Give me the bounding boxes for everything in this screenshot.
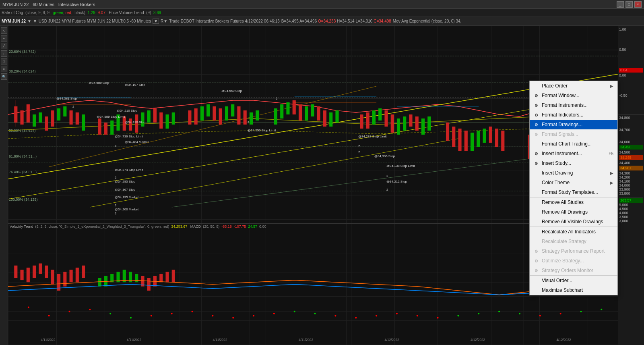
svg-rect-80 [397,118,400,135]
strategy-performance-report-label: Strategy Performance Report [542,248,605,254]
svg-point-178 [601,309,602,310]
r-indicator[interactable]: ▼ [153,19,159,24]
strategy-orders-monitor-label: Strategy Orders Monitor [542,268,593,273]
svg-rect-61 [250,112,253,125]
title-bar: MYM JUN 22 - 60 Minutes - Interactive Br… [0,0,644,9]
maximize-subchart-label: Maximize Subchart [542,287,583,293]
format-drawings-icon: ⚙ [533,121,539,128]
svg-text:4/11/2022: 4/11/2022 [127,338,142,342]
svg-point-151 [48,315,50,316]
svg-rect-93 [489,127,492,143]
format-chart-trading-icon [533,141,539,147]
minimize-button[interactable]: _ [617,1,624,8]
svg-point-161 [253,315,254,316]
svg-text:4/11/2022: 4/11/2022 [41,338,56,342]
tool-fib[interactable]: ≡ [1,66,7,72]
svg-rect-87 [452,127,455,147]
menu-format-indicators[interactable]: ⚙ Format Indicators... [530,110,617,120]
menu-insert-study[interactable]: ⚙ Insert Study... [530,158,617,168]
svg-rect-126 [21,270,24,280]
format-indicators-label: Format Indicators... [542,112,583,118]
annotation-5: @34,210 Stop [125,121,145,124]
color-theme-label: Color Theme [542,180,570,185]
remove-all-drawings-icon [533,209,539,215]
svg-point-166 [355,317,357,318]
window-controls[interactable]: _ □ × [617,1,642,8]
annotation-20: 2 [248,121,249,124]
svg-point-176 [560,313,561,314]
volume-chart: Volatility Trend (9, 2, 9, close, "0_Sim… [8,224,618,345]
menu-color-theme[interactable]: Color Theme ▶ [530,178,617,187]
svg-rect-128 [33,266,36,278]
menu-remove-all-studies[interactable]: Remove All Studies [530,197,617,207]
format-signals-label: Format Signals... [542,131,578,137]
svg-point-159 [212,315,213,316]
menu-format-chart-trading[interactable]: Format Chart Trading... [530,139,617,149]
tool-line[interactable]: ╱ [1,43,7,49]
price-chart-svg [8,26,618,223]
remove-all-visible-drawings-label: Remove All Visible Drawings [542,219,603,224]
menu-format-study-templates[interactable]: Format Study Templates... [530,187,617,197]
tool-arrow[interactable]: ↖ [1,27,7,34]
annotation-30: 2 [386,188,388,191]
place-order-icon [533,83,539,89]
indicator-bar-text: Rate of Chg (close, 9, 9, 9, green, red,… [2,10,161,15]
tool-text[interactable]: T [1,50,7,57]
svg-rect-49 [165,114,169,129]
chart-price-7: 34,200 [619,175,643,179]
vol-price-3: 4,000 [619,211,643,215]
annotation-7: @34,589 Stop Limit [97,115,125,118]
annotation-12: 2 [115,176,116,179]
format-study-templates-icon [533,189,539,195]
svg-rect-32 [51,110,54,127]
tool-rect[interactable]: □ [1,58,7,64]
menu-maximize-subchart[interactable]: Maximize Subchart [530,285,617,295]
svg-point-153 [89,309,91,310]
svg-rect-149 [172,270,175,282]
maximize-button[interactable]: □ [625,1,633,8]
menu-format-instruments[interactable]: ⚙ Format Instruments... [530,100,617,110]
tool-crosshair[interactable]: + [1,35,7,42]
menu-format-window[interactable]: ⚙ Format Window... [530,91,617,100]
annotation-24: 2 [358,144,360,148]
annotation-11: @34,374 Stop Limit [115,168,143,172]
menu-remove-all-visible-drawings[interactable]: Remove All Visible Drawings [530,217,617,227]
svg-rect-57 [225,106,228,121]
svg-point-158 [192,311,193,312]
svg-rect-71 [323,110,326,127]
vol-price-2: 4,500 [619,207,643,211]
menu-remove-all-drawings[interactable]: Remove All Drawings [530,207,617,217]
svg-rect-36 [76,112,79,125]
menu-format-drawings[interactable]: ⚙ Format Drawings... [530,120,617,129]
svg-point-162 [273,313,275,314]
annotation-6: @34,689 Stop [89,81,109,85]
dropdown-1[interactable]: ▼ [27,19,31,23]
menu-recalculate-all-indicators[interactable]: Recalculate All Indicators [530,227,617,237]
svg-point-165 [334,315,336,316]
r-label: R▼ [161,19,167,23]
svg-rect-147 [159,274,163,283]
svg-point-152 [68,311,70,312]
svg-rect-133 [63,272,66,286]
tool-zoom[interactable]: 🔍 [1,73,7,80]
svg-rect-51 [188,110,191,125]
dropdown-2[interactable]: ▼ [33,19,37,23]
annotation-1: @34,581 Stop [56,97,77,100]
svg-rect-84 [421,118,425,135]
close-button[interactable]: × [634,1,642,8]
svg-point-172 [478,313,479,314]
annotation-2: 2 [72,105,74,108]
svg-rect-135 [76,268,79,282]
menu-insert-instrument[interactable]: ⚙ Insert Instrument... F5 [530,149,617,158]
svg-rect-67 [299,104,302,121]
menu-insert-drawing[interactable]: Insert Drawing ▶ [530,168,617,178]
svg-rect-73 [335,110,339,123]
right-price-axis: 1.00 0.50 0.04 0.00 -0.50 34,800 34,700 … [618,26,644,345]
svg-text:4/11/2022: 4/11/2022 [213,338,227,342]
svg-rect-148 [165,272,169,282]
menu-place-order[interactable]: Place Order ▶ [530,81,617,91]
svg-rect-34 [63,106,66,116]
menu-visual-order[interactable]: Visual Order... [530,275,617,285]
svg-rect-89 [464,131,468,151]
insert-study-icon: ⚙ [533,160,539,166]
